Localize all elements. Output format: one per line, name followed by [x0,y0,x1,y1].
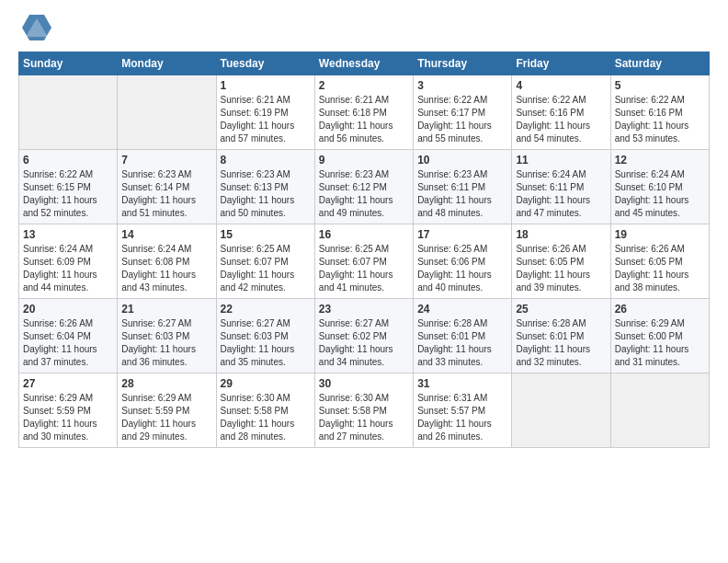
day-cell: 28Sunrise: 6:29 AM Sunset: 5:59 PM Dayli… [118,373,216,448]
day-number: 8 [221,154,311,167]
day-cell [118,75,216,150]
logo [18,15,51,44]
day-cell: 23Sunrise: 6:27 AM Sunset: 6:02 PM Dayli… [314,299,413,373]
day-cell: 29Sunrise: 6:30 AM Sunset: 5:58 PM Dayli… [216,373,314,448]
day-info: Sunrise: 6:27 AM Sunset: 6:02 PM Dayligh… [319,317,409,369]
day-number: 5 [615,79,705,92]
day-info: Sunrise: 6:28 AM Sunset: 6:01 PM Dayligh… [417,317,507,369]
day-info: Sunrise: 6:24 AM Sunset: 6:09 PM Dayligh… [23,243,113,294]
header-row: SundayMondayTuesdayWednesdayThursdayFrid… [19,52,710,75]
day-number: 31 [417,377,507,390]
day-number: 30 [319,377,409,390]
calendar-table: SundayMondayTuesdayWednesdayThursdayFrid… [18,52,710,448]
day-header-sunday: Sunday [19,52,118,75]
day-cell: 9Sunrise: 6:23 AM Sunset: 6:12 PM Daylig… [314,150,413,224]
day-cell: 4Sunrise: 6:22 AM Sunset: 6:16 PM Daylig… [512,75,610,150]
day-number: 19 [615,228,705,241]
day-info: Sunrise: 6:23 AM Sunset: 6:13 PM Dayligh… [221,168,311,220]
day-info: Sunrise: 6:29 AM Sunset: 5:59 PM Dayligh… [121,392,211,443]
day-number: 14 [121,228,211,241]
day-info: Sunrise: 6:25 AM Sunset: 6:06 PM Dayligh… [417,243,507,294]
day-number: 10 [417,154,507,167]
week-row-2: 6Sunrise: 6:22 AM Sunset: 6:15 PM Daylig… [19,150,710,224]
week-row-1: 1Sunrise: 6:21 AM Sunset: 6:19 PM Daylig… [19,75,710,150]
day-info: Sunrise: 6:26 AM Sunset: 6:04 PM Dayligh… [23,317,113,369]
day-cell: 7Sunrise: 6:23 AM Sunset: 6:14 PM Daylig… [118,150,216,224]
day-info: Sunrise: 6:29 AM Sunset: 5:59 PM Dayligh… [23,392,113,443]
day-info: Sunrise: 6:22 AM Sunset: 6:15 PM Dayligh… [23,168,113,220]
day-info: Sunrise: 6:30 AM Sunset: 5:58 PM Dayligh… [221,392,311,443]
day-number: 28 [121,377,211,390]
day-info: Sunrise: 6:23 AM Sunset: 6:11 PM Dayligh… [417,168,507,220]
day-info: Sunrise: 6:24 AM Sunset: 6:10 PM Dayligh… [615,168,705,220]
day-cell: 16Sunrise: 6:25 AM Sunset: 6:07 PM Dayli… [314,224,413,299]
day-number: 21 [121,303,211,316]
day-number: 7 [121,154,211,167]
day-info: Sunrise: 6:31 AM Sunset: 5:57 PM Dayligh… [417,392,507,443]
page: SundayMondayTuesdayWednesdayThursdayFrid… [0,0,728,563]
day-cell: 11Sunrise: 6:24 AM Sunset: 6:11 PM Dayli… [512,150,610,224]
day-info: Sunrise: 6:22 AM Sunset: 6:16 PM Dayligh… [516,94,606,145]
day-cell: 8Sunrise: 6:23 AM Sunset: 6:13 PM Daylig… [216,150,314,224]
day-number: 16 [319,228,409,241]
day-cell: 21Sunrise: 6:27 AM Sunset: 6:03 PM Dayli… [118,299,216,373]
day-info: Sunrise: 6:25 AM Sunset: 6:07 PM Dayligh… [221,243,311,294]
day-info: Sunrise: 6:27 AM Sunset: 6:03 PM Dayligh… [121,317,211,369]
day-cell: 26Sunrise: 6:29 AM Sunset: 6:00 PM Dayli… [610,299,709,373]
week-row-3: 13Sunrise: 6:24 AM Sunset: 6:09 PM Dayli… [19,224,710,299]
day-header-saturday: Saturday [610,52,709,75]
day-cell: 19Sunrise: 6:26 AM Sunset: 6:05 PM Dayli… [610,224,709,299]
logo-icon [22,15,51,44]
day-info: Sunrise: 6:21 AM Sunset: 6:19 PM Dayligh… [221,94,311,145]
day-number: 6 [23,154,113,167]
day-number: 3 [417,79,507,92]
day-number: 11 [516,154,606,167]
day-number: 1 [221,79,311,92]
day-cell: 5Sunrise: 6:22 AM Sunset: 6:16 PM Daylig… [610,75,709,150]
day-cell: 30Sunrise: 6:30 AM Sunset: 5:58 PM Dayli… [314,373,413,448]
day-header-friday: Friday [512,52,610,75]
day-number: 13 [23,228,113,241]
day-cell: 22Sunrise: 6:27 AM Sunset: 6:03 PM Dayli… [216,299,314,373]
day-info: Sunrise: 6:28 AM Sunset: 6:01 PM Dayligh… [516,317,606,369]
day-info: Sunrise: 6:26 AM Sunset: 6:05 PM Dayligh… [516,243,606,294]
day-number: 2 [319,79,409,92]
day-cell: 10Sunrise: 6:23 AM Sunset: 6:11 PM Dayli… [414,150,512,224]
day-info: Sunrise: 6:25 AM Sunset: 6:07 PM Dayligh… [319,243,409,294]
day-cell: 17Sunrise: 6:25 AM Sunset: 6:06 PM Dayli… [414,224,512,299]
day-cell: 6Sunrise: 6:22 AM Sunset: 6:15 PM Daylig… [19,150,118,224]
day-number: 25 [516,303,606,316]
day-info: Sunrise: 6:24 AM Sunset: 6:11 PM Dayligh… [516,168,606,220]
day-number: 29 [221,377,311,390]
day-info: Sunrise: 6:24 AM Sunset: 6:08 PM Dayligh… [121,243,211,294]
week-row-5: 27Sunrise: 6:29 AM Sunset: 5:59 PM Dayli… [19,373,710,448]
day-number: 12 [615,154,705,167]
day-number: 18 [516,228,606,241]
day-number: 26 [615,303,705,316]
day-header-thursday: Thursday [414,52,512,75]
day-info: Sunrise: 6:27 AM Sunset: 6:03 PM Dayligh… [221,317,311,369]
day-info: Sunrise: 6:22 AM Sunset: 6:17 PM Dayligh… [417,94,507,145]
day-cell: 15Sunrise: 6:25 AM Sunset: 6:07 PM Dayli… [216,224,314,299]
day-number: 9 [319,154,409,167]
day-cell: 25Sunrise: 6:28 AM Sunset: 6:01 PM Dayli… [512,299,610,373]
day-number: 23 [319,303,409,316]
day-number: 20 [23,303,113,316]
day-cell [512,373,610,448]
day-number: 22 [221,303,311,316]
day-info: Sunrise: 6:21 AM Sunset: 6:18 PM Dayligh… [319,94,409,145]
day-number: 24 [417,303,507,316]
day-cell [19,75,118,150]
day-cell: 12Sunrise: 6:24 AM Sunset: 6:10 PM Dayli… [610,150,709,224]
day-number: 4 [516,79,606,92]
day-header-wednesday: Wednesday [314,52,413,75]
day-cell: 27Sunrise: 6:29 AM Sunset: 5:59 PM Dayli… [19,373,118,448]
day-info: Sunrise: 6:29 AM Sunset: 6:00 PM Dayligh… [615,317,705,369]
day-info: Sunrise: 6:26 AM Sunset: 6:05 PM Dayligh… [615,243,705,294]
day-info: Sunrise: 6:23 AM Sunset: 6:12 PM Dayligh… [319,168,409,220]
day-header-tuesday: Tuesday [216,52,314,75]
week-row-4: 20Sunrise: 6:26 AM Sunset: 6:04 PM Dayli… [19,299,710,373]
day-cell: 31Sunrise: 6:31 AM Sunset: 5:57 PM Dayli… [414,373,512,448]
day-cell [610,373,709,448]
day-cell: 13Sunrise: 6:24 AM Sunset: 6:09 PM Dayli… [19,224,118,299]
